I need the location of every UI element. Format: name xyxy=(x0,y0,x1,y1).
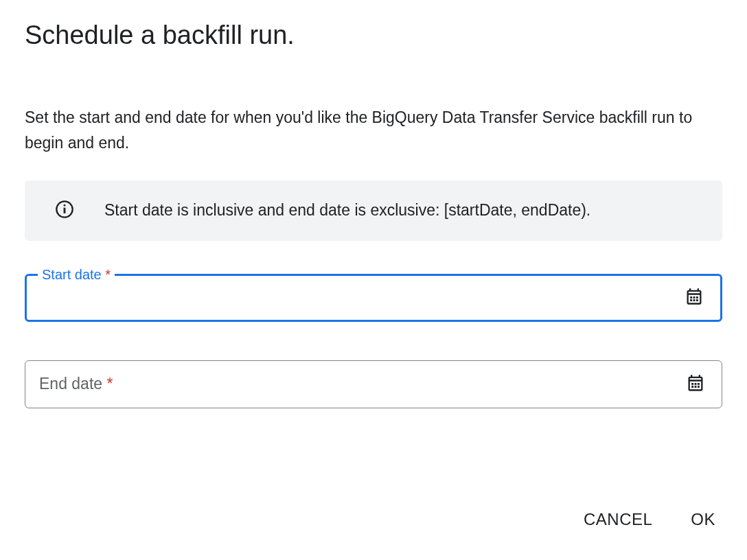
info-banner-text: Start date is inclusive and end date is … xyxy=(104,201,590,220)
info-banner: Start date is inclusive and end date is … xyxy=(25,180,722,241)
svg-rect-3 xyxy=(690,296,692,299)
svg-rect-12 xyxy=(691,386,693,388)
svg-rect-7 xyxy=(693,299,696,301)
dialog-title: Schedule a backfill run. xyxy=(25,21,722,50)
info-icon xyxy=(55,200,74,222)
start-date-input[interactable] xyxy=(41,288,682,307)
calendar-icon xyxy=(686,373,705,395)
svg-rect-14 xyxy=(698,386,700,388)
required-asterisk: * xyxy=(105,267,111,282)
dialog-actions: CANCEL OK xyxy=(25,504,722,535)
start-date-label: Start date * xyxy=(38,267,115,283)
calendar-icon xyxy=(685,287,704,308)
svg-rect-11 xyxy=(698,383,700,385)
end-date-field[interactable]: End date * xyxy=(25,360,722,408)
end-date-label: End date * xyxy=(39,375,113,393)
svg-rect-13 xyxy=(695,386,697,388)
svg-point-2 xyxy=(64,204,66,206)
svg-rect-5 xyxy=(696,296,698,299)
svg-rect-8 xyxy=(696,299,698,301)
svg-rect-9 xyxy=(691,383,693,385)
start-date-calendar-button[interactable] xyxy=(682,284,706,311)
svg-rect-6 xyxy=(690,299,692,301)
cancel-button[interactable]: CANCEL xyxy=(581,504,655,535)
dialog-description: Set the start and end date for when you'… xyxy=(25,105,722,156)
required-asterisk: * xyxy=(106,375,113,393)
svg-rect-10 xyxy=(695,383,697,385)
end-date-calendar-button[interactable] xyxy=(683,371,708,397)
start-date-field[interactable]: Start date * xyxy=(25,274,722,322)
svg-rect-4 xyxy=(693,296,696,299)
ok-button[interactable]: OK xyxy=(688,504,718,535)
